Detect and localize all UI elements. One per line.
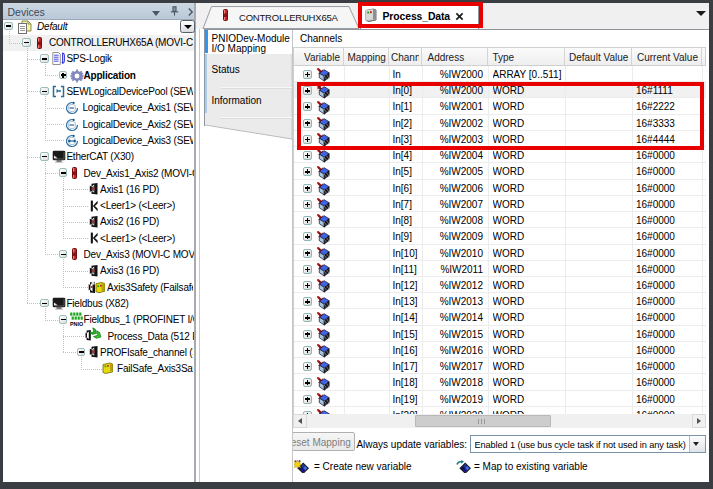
svg-text:PNIO: PNIO	[70, 321, 83, 327]
